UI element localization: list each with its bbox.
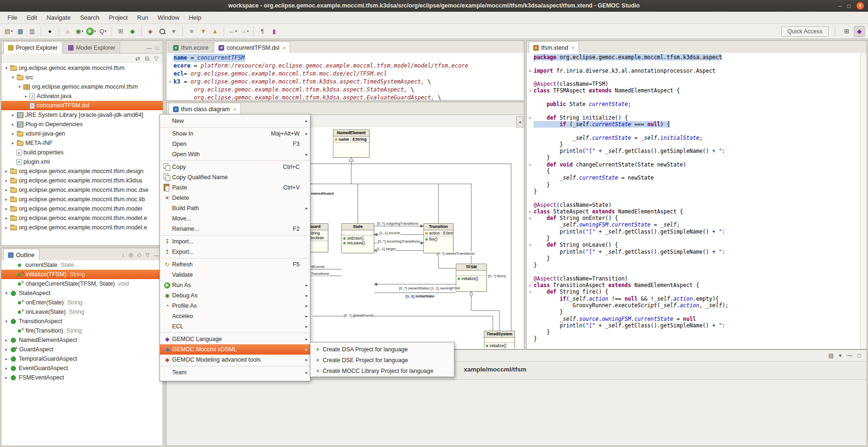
bottom-view-menu-icon[interactable]: ▾ — [839, 352, 842, 359]
menu-item-gemoc-modeling-advanced-tools[interactable]: ◆GEMOC Modeling advanced tools▸ — [160, 355, 310, 365]
window-minimize-icon[interactable]: – — [838, 2, 842, 10]
close-icon[interactable]: × — [233, 106, 236, 112]
twistie-icon[interactable]: ▸ — [3, 225, 9, 230]
twistie-icon[interactable]: ▸ — [3, 169, 9, 174]
menu-item-open-with[interactable]: Open With▸ — [160, 149, 310, 159]
fold-minus-icon[interactable]: ⊖ — [527, 161, 534, 168]
outline-item-guardaspect[interactable]: ▸AGuardAspect — [1, 345, 163, 354]
menubar-item-project[interactable]: Project — [104, 12, 132, 23]
view-menu-icon[interactable]: ▽ — [146, 252, 150, 258]
back-button[interactable]: ←▾ — [227, 26, 238, 37]
menu-item-import[interactable]: ↧Import... — [160, 236, 310, 247]
tree-item-org-eclipse-gemoc-example-moccml-tfsm-design[interactable]: ▸org.eclipse.gemoc.example.moccml.tfsm.d… — [1, 167, 163, 176]
twistie-icon[interactable]: ▸ — [3, 188, 9, 192]
menubar-item-run[interactable]: Run — [132, 12, 153, 23]
fold-minus-icon[interactable]: ⊖ — [527, 242, 534, 248]
menubar-item-edit[interactable]: Edit — [22, 12, 42, 23]
tree-item-meta-inf[interactable]: ▸META-INF — [1, 138, 163, 148]
window-maximize-icon[interactable]: □ — [847, 2, 851, 10]
menu-item-show-in[interactable]: Show InMaj+Alt+W▸ — [160, 129, 310, 139]
fold-minus-icon[interactable]: ⊖ — [527, 114, 534, 121]
twistie-icon[interactable]: ▸ — [3, 206, 9, 211]
project-explorer-tree[interactable]: ▾org.eclipse.gemoc.example.moccml.tfsm▾s… — [1, 63, 163, 245]
tree-item-activator-java[interactable]: ▸JActivator.java — [1, 91, 163, 101]
menu-item-export[interactable]: ↥Export... — [160, 247, 310, 257]
external-tools-button[interactable]: ☼ — [62, 26, 73, 37]
tree-item-org-eclipse-gemoc-example-moccml-tfsm-model[interactable]: ▸org.eclipse.gemoc.example.moccml.tfsm.m… — [1, 204, 163, 213]
twistie-icon[interactable]: ▸ — [3, 216, 9, 220]
dsl-editor[interactable]: name = concurrentTFSMecore = platform:/r… — [166, 53, 524, 100]
twistie-icon[interactable]: ▸ — [10, 113, 16, 117]
palette-toggle-icon[interactable]: ◂ — [516, 116, 523, 128]
debug-button[interactable]: ◉▾ — [74, 26, 85, 37]
mark-occurrences-button[interactable]: ≡ — [186, 26, 197, 37]
fold-minus-icon[interactable]: ⊖ — [527, 87, 534, 94]
menu-item-validate[interactable]: Validate — [160, 270, 310, 280]
gemoc-perspective-button[interactable]: ◆ — [854, 26, 865, 37]
view-minimize-icon[interactable]: — — [154, 252, 159, 258]
tree-item-org-eclipse-gemoc-example-moccml-tfsm-model-e[interactable]: ▸org.eclipse.gemoc.example.moccml.tfsm.m… — [1, 223, 163, 232]
highlighter-button[interactable]: ▮ — [269, 26, 279, 37]
fold-minus-icon[interactable]: ⊖ — [527, 282, 534, 288]
window-close-icon[interactable]: × — [856, 2, 864, 10]
print-button[interactable]: ▥ — [27, 26, 38, 37]
twistie-icon[interactable]: ▸ — [3, 178, 9, 183]
tree-item-jre-system-library-oracle-java8-jdk-amd64[interactable]: ▸JRE System Library [oracle-java8-jdk-am… — [1, 110, 163, 120]
tab-project-explorer[interactable]: Project Explorer — [3, 41, 62, 53]
menubar-item-help[interactable]: Help — [184, 12, 206, 23]
twistie-icon[interactable]: ▾ — [3, 291, 9, 295]
node-tfsm[interactable]: TFSMinitialize() — [456, 264, 487, 292]
tree-item-plug-in-dependencies[interactable]: ▸Plug-in Dependencies — [1, 120, 163, 129]
tree-item-org-eclipse-gemoc-example-moccml-tfsm[interactable]: ▾org.eclipse.gemoc.example.moccml.tfsm — [1, 82, 163, 91]
outline-item-eventguardaspect[interactable]: ▸EventGuardAspect — [1, 364, 163, 373]
tree-item-concurrenttfsm-dsl[interactable]: DconcurrentTFSM.dsl — [1, 101, 163, 110]
fold-minus-icon[interactable]: ⊖ — [166, 78, 174, 86]
outline-item-transitionaspect[interactable]: ▾TransitionAspect — [1, 317, 163, 326]
menubar-item-window[interactable]: Window — [153, 12, 184, 23]
overview-ruler[interactable] — [860, 53, 867, 349]
tree-item-plugin-xml[interactable]: Xplugin.xml — [1, 157, 163, 167]
node-namedelement[interactable]: NamedElementname : EString — [333, 129, 370, 158]
menu-item-copy[interactable]: CopyCtrl+C — [160, 162, 310, 172]
twistie-icon[interactable]: ▾ — [16, 84, 23, 89]
outline-item-changecurrentstate-tfsm-state[interactable]: SchangeCurrentState(TFSM, State) : void — [1, 279, 163, 288]
tree-item-org-eclipse-gemoc-example-moccml-tfsm-moc-lib[interactable]: ▸org.eclipse.gemoc.example.moccml.tfsm.m… — [1, 195, 163, 204]
fold-minus-icon[interactable]: ⊖ — [527, 208, 534, 215]
hide-static-icon[interactable]: ◇ — [137, 252, 141, 258]
next-annotation-button[interactable]: ▼ — [198, 26, 209, 37]
menu-item-create-dsa-project-for-language[interactable]: +Create DSA Project for language — [310, 344, 454, 355]
outline-tree[interactable]: currentState : StateSinitialize(TFSM) : … — [1, 260, 163, 446]
menu-item-delete[interactable]: ×Delete — [160, 193, 310, 203]
tree-item-org-eclipse-gemoc-example-moccml-tfsm-k3dsa[interactable]: ▸org.eclipse.gemoc.example.moccml.tfsm.k… — [1, 176, 163, 185]
outline-item-temporalguardaspect[interactable]: ▸TemporalGuardAspect — [1, 354, 163, 364]
search-button[interactable] — [157, 26, 167, 37]
tab-concurrenttfsm-dsl[interactable]: dconcurrentTFSM.dsl× — [214, 41, 290, 53]
menu-item-acceleo[interactable]: Acceleo▸ — [160, 311, 310, 321]
twistie-icon[interactable]: ▾ — [3, 66, 9, 70]
bottom-minimize-icon[interactable]: — — [847, 352, 853, 359]
outline-item-currentstate[interactable]: currentState : State — [1, 260, 163, 270]
menubar-item-search[interactable]: Search — [75, 12, 104, 23]
menu-item-move[interactable]: Move... — [160, 213, 310, 224]
tree-item-org-eclipse-gemoc-example-moccml-tfsm-model-e[interactable]: ▸org.eclipse.gemoc.example.moccml.tfsm.m… — [1, 213, 163, 223]
fold-minus-icon[interactable]: ⊖ — [527, 215, 534, 221]
new-button[interactable]: ▤▾ — [3, 26, 14, 37]
sort-icon[interactable]: ↕ — [122, 252, 125, 258]
menu-item-refresh[interactable]: ↻RefreshF5 — [160, 259, 310, 270]
menu-item-gemoc-moccml-xdsml[interactable]: ◆GEMOC Moccml xDSML▸ — [160, 344, 310, 355]
close-icon[interactable]: × — [572, 45, 574, 51]
user-profile-button[interactable]: ● — [45, 26, 55, 37]
menu-item-team[interactable]: Team▸ — [160, 367, 310, 378]
tree-item-org-eclipse-gemoc-example-moccml-tfsm-moc-dse[interactable]: ▸org.eclipse.gemoc.example.moccml.tfsm.m… — [1, 185, 163, 195]
menu-item-build-path[interactable]: Build Path▸ — [160, 203, 310, 213]
fold-plus-icon[interactable]: ⊕ — [527, 68, 534, 74]
outline-item-onleave-state[interactable]: SonLeave(State) : String — [1, 307, 163, 317]
quick-access-button[interactable]: Quick Access — [781, 26, 829, 37]
tree-item-org-eclipse-gemoc-example-moccml-tfsm[interactable]: ▾org.eclipse.gemoc.example.moccml.tfsm — [1, 63, 163, 73]
outline-item-namedelementaspect[interactable]: ▸NamedElementAspect — [1, 335, 163, 345]
coverage-button[interactable]: Q▾ — [98, 26, 108, 37]
tab-model-explorer[interactable]: Model Explorer — [63, 42, 120, 53]
menu-item-run-as[interactable]: ▶Run As▸ — [160, 280, 310, 290]
twistie-icon[interactable]: ▾ — [3, 319, 9, 324]
tree-item-src[interactable]: ▾src — [1, 73, 163, 82]
